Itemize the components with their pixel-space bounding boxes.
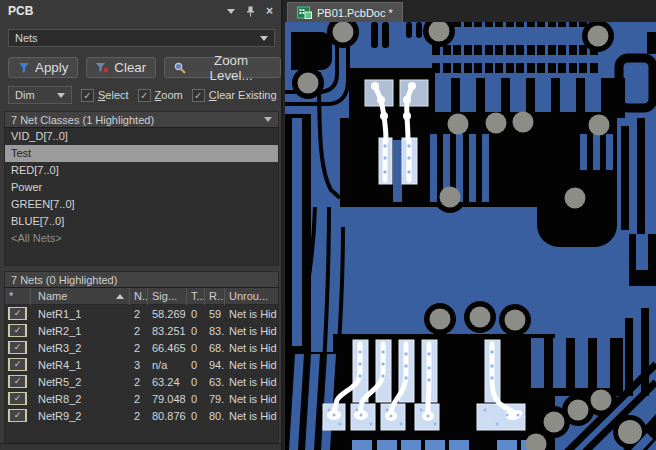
- chevron-down-icon: [260, 36, 268, 41]
- pcb-canvas[interactable]: [285, 22, 656, 450]
- nets-table-header-row: * Name N.. Sig... T... R... Unrou...: [5, 288, 278, 305]
- table-row[interactable]: ✓ NetR8_2 2 79.048 0 79. Net is Hid: [5, 390, 278, 407]
- table-row[interactable]: ✓ NetR1_1 2 58.269 0 59 Net is Hid: [5, 305, 278, 322]
- document-tabbar: PB01.PcbDoc *: [283, 0, 656, 22]
- col-header-t[interactable]: T...: [187, 288, 205, 305]
- net-visible-checkbox[interactable]: ✓: [8, 375, 27, 388]
- clear-existing-checkbox-label: Clear Existing: [209, 89, 277, 101]
- mask-mode-select[interactable]: Dim: [8, 86, 72, 104]
- panel-toolbar: Apply Clear Zoom Level...: [8, 57, 281, 78]
- close-icon[interactable]: ×: [266, 6, 273, 16]
- select-checkbox[interactable]: ✓: [81, 89, 94, 102]
- net-class-item-selected[interactable]: Test: [5, 145, 278, 162]
- sort-ascending-icon: [116, 294, 124, 299]
- pin-icon[interactable]: [246, 6, 255, 17]
- net-visible-checkbox[interactable]: ✓: [8, 392, 27, 405]
- nets-header[interactable]: 7 Nets (0 Highlighted): [4, 271, 279, 288]
- funnel-clear-icon: [96, 62, 109, 74]
- net-class-item[interactable]: BLUE[7..0]: [5, 213, 278, 230]
- panel-title: PCB: [8, 4, 33, 18]
- funnel-icon: [18, 62, 30, 74]
- table-row[interactable]: ✓ NetR4_1 3 n/a 0 94. Net is Hid: [5, 356, 278, 373]
- net-classes-list: VID_D[7..0] Test RED[7..0] Power GREEN[7…: [4, 128, 279, 266]
- col-header-unrouted[interactable]: Unrou...: [225, 288, 279, 305]
- zoom-level-button[interactable]: Zoom Level...: [164, 57, 281, 78]
- options-row: Dim ✓ Select ✓ Zoom ✓ Clear Existing: [8, 86, 283, 104]
- pcb-panel: PCB × Nets Apply Clear: [0, 0, 283, 450]
- mask-mode-value: Dim: [15, 89, 35, 101]
- net-class-item[interactable]: RED[7..0]: [5, 162, 278, 179]
- table-row[interactable]: ✓ NetR2_1 2 83.251 0 83. Net is Hid: [5, 322, 278, 339]
- clear-existing-checkbox[interactable]: ✓: [192, 89, 205, 102]
- net-visible-checkbox[interactable]: ✓: [8, 324, 27, 337]
- table-row[interactable]: ✓ NetR9_2 2 80.876 0 80. Net is Hid: [5, 407, 278, 424]
- magnifier-icon: [174, 62, 186, 74]
- col-header-name[interactable]: Name: [31, 288, 130, 305]
- panel-menu-chevron-icon[interactable]: [227, 9, 235, 14]
- pcb-editor: PB01.PcbDoc *: [283, 0, 656, 450]
- net-class-item[interactable]: Power: [5, 179, 278, 196]
- zoom-checkbox[interactable]: ✓: [138, 89, 151, 102]
- col-header-routed[interactable]: R...: [205, 288, 225, 305]
- table-row[interactable]: ✓ NetR5_2 2 63.24 0 63. Net is Hid: [5, 373, 278, 390]
- net-visible-checkbox[interactable]: ✓: [8, 307, 27, 320]
- col-header-check[interactable]: *: [5, 288, 31, 305]
- tab-pb01-pcbdoc[interactable]: PB01.PcbDoc *: [287, 2, 403, 22]
- net-visible-checkbox[interactable]: ✓: [8, 341, 27, 354]
- net-class-item[interactable]: VID_D[7..0]: [5, 128, 278, 145]
- panel-bottom-strip: [0, 443, 281, 450]
- table-row[interactable]: ✓ NetR3_2 2 66.465 0 68. Net is Hid: [5, 339, 278, 356]
- col-header-nodes[interactable]: N..: [130, 288, 148, 305]
- nets-table: * Name N.. Sig... T... R... Unrou... ✓ N…: [4, 288, 279, 443]
- tab-label: PB01.PcbDoc *: [317, 7, 393, 19]
- net-class-item[interactable]: GREEN[7..0]: [5, 196, 278, 213]
- net-classes-header[interactable]: 7 Net Classes (1 Highlighted): [4, 111, 279, 128]
- chevron-down-icon: [264, 117, 272, 122]
- browse-type-value: Nets: [15, 32, 38, 44]
- clear-button[interactable]: Clear: [86, 57, 156, 78]
- select-checkbox-label: Select: [98, 89, 129, 101]
- chevron-down-icon: [57, 93, 65, 98]
- pcb-doc-icon: [297, 6, 312, 19]
- net-class-item-all-nets[interactable]: <All Nets>: [5, 230, 278, 247]
- apply-button[interactable]: Apply: [8, 57, 78, 78]
- net-visible-checkbox[interactable]: ✓: [8, 409, 27, 422]
- col-header-signal[interactable]: Sig...: [148, 288, 187, 305]
- net-visible-checkbox[interactable]: ✓: [8, 358, 27, 371]
- browse-type-select[interactable]: Nets: [8, 29, 275, 47]
- zoom-checkbox-label: Zoom: [155, 89, 183, 101]
